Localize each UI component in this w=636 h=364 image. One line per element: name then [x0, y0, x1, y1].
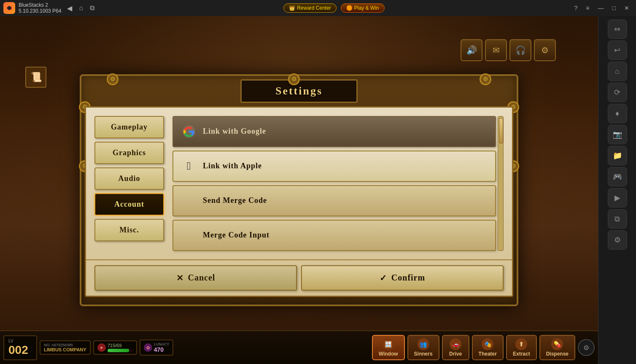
drive-label: Drive [449, 351, 462, 357]
sidebar-icon-expand[interactable]: ⇔ [608, 19, 627, 39]
settings-panel: Gameplay Graphics Audio Account Misc. [85, 106, 513, 297]
company-area: NO. A679256385 LIMBUS COMPANY [40, 340, 91, 355]
play-win-button[interactable]: 🟠 Play & Win [341, 3, 385, 13]
lunacy-value: 470 [154, 346, 170, 353]
sinners-button[interactable]: 👥 Sinners [407, 335, 439, 360]
hp-resource-bar: ♥ 715/69 [93, 340, 137, 355]
gear-decor-top-mid: ⚙ [288, 73, 300, 85]
confirm-icon: ✓ [380, 273, 387, 283]
settings-content: Link with Google  Link with Apple [172, 116, 504, 251]
sidebar-icon-macro[interactable]: ▶ [608, 188, 627, 208]
theater-icon: 🎭 [482, 338, 493, 350]
merge-code-input-button[interactable]: Merge Code Input [172, 220, 496, 251]
maximize-button[interactable]: □ [609, 4, 619, 12]
app-info: BlueStacks 2 5.10.230.1003 P64 [19, 2, 61, 14]
reward-center-label: Reward Center [297, 5, 331, 11]
drive-button[interactable]: 🚗 Drive [442, 335, 469, 360]
settings-gear-btn[interactable]: ⚙ [578, 339, 595, 356]
confirm-button[interactable]: ✓ Confirm [301, 265, 504, 291]
confirm-label: Confirm [391, 273, 425, 283]
hp-current: 715 [108, 343, 115, 348]
sinners-icon: 👥 [418, 338, 429, 350]
nav-item-audio[interactable]: Audio [94, 167, 164, 190]
sidebar-icon-home[interactable]: ⌂ [608, 62, 627, 81]
mail-icon-btn[interactable]: ✉ [485, 39, 507, 61]
game-area: 🔊 ✉ 🎧 ⚙ 📜 ⚙ ⚙ ⚙ ⚙ ⚙ ⚙ ⚙ Settings [0, 16, 598, 364]
theater-button[interactable]: 🎭 Theater [472, 335, 504, 360]
merge-send-icon [182, 194, 196, 208]
company-name: LIMBUS COMPANY [44, 347, 86, 352]
extract-icon: ⬆ [515, 338, 527, 350]
sidebar-icon-refresh[interactable]: ⟳ [608, 83, 627, 102]
settings-dialog: ⚙ ⚙ ⚙ ⚙ ⚙ ⚙ ⚙ Settings Gameplay Graphics… [80, 74, 518, 306]
topbar-left: BlueStacks 2 5.10.230.1003 P64 ◀ ⌂ ⧉ [3, 2, 97, 14]
lunacy-resource-bar: ✿ LUNACY 470 [140, 340, 174, 356]
dispense-button[interactable]: 💊 Dispense [539, 335, 575, 360]
window-label: Window [379, 351, 398, 357]
modal-overlay: ⚙ ⚙ ⚙ ⚙ ⚙ ⚙ ⚙ Settings Gameplay Graphics… [0, 16, 598, 364]
app-name: BlueStacks 2 [19, 2, 61, 8]
settings-icon-btn[interactable]: ⚙ [534, 39, 556, 61]
cancel-icon: ✕ [176, 273, 184, 283]
lunacy-label: LUNACY [154, 342, 170, 346]
send-merge-code-button[interactable]: Send Merge Code [172, 185, 496, 216]
home-button[interactable]: ⌂ [76, 3, 86, 13]
theater-label: Theater [479, 351, 497, 357]
sidebar-icon-favorite[interactable]: ♦ [608, 104, 627, 123]
sidebar-icon-gamepad[interactable]: 🎮 [608, 167, 627, 186]
hp-fill [108, 349, 129, 352]
sidebar-icon-settings[interactable]: ⚙ [608, 230, 627, 250]
settings-body: Gameplay Graphics Audio Account Misc. [86, 108, 512, 259]
topbar: BlueStacks 2 5.10.230.1003 P64 ◀ ⌂ ⧉ 👑 R… [0, 0, 636, 16]
topbar-center: 👑 Reward Center 🟠 Play & Win [283, 3, 384, 13]
hp-bar [108, 349, 133, 352]
nav-item-account[interactable]: Account [94, 193, 164, 216]
close-button[interactable]: ✕ [621, 4, 633, 12]
hp-values: 715/69 [108, 343, 133, 348]
google-icon [182, 124, 196, 139]
window-button[interactable]: 🪟 Window [372, 335, 405, 360]
right-sidebar: ⇔ ↩ ⌂ ⟳ ♦ 📷 📁 🎮 ▶ ⧉ ⚙ [598, 16, 636, 364]
cancel-button[interactable]: ✕ Cancel [94, 265, 297, 291]
account-options-list: Link with Google  Link with Apple [172, 116, 496, 251]
link-apple-button[interactable]:  Link with Apple [172, 151, 496, 182]
scrollbar-thumb[interactable] [499, 118, 503, 143]
help-button[interactable]: ? [571, 4, 581, 12]
menu-button[interactable]: ≡ [582, 4, 593, 12]
scrollbar[interactable] [498, 116, 504, 251]
settings-title-area: Settings [85, 79, 513, 103]
level-prefix: LV [8, 339, 28, 343]
link-google-label: Link with Google [203, 127, 266, 136]
apple-icon:  [182, 159, 196, 173]
nav-item-misc[interactable]: Misc. [94, 219, 164, 241]
sidebar-icon-screenshot[interactable]: 📷 [608, 125, 627, 144]
extract-button[interactable]: ⬆ Extract [506, 335, 537, 360]
sidebar-icon-back[interactable]: ↩ [608, 40, 627, 60]
play-win-label: Play & Win [354, 5, 379, 11]
reward-crown-icon: 👑 [289, 5, 295, 11]
bluestacks-logo [3, 2, 15, 14]
minimize-button[interactable]: — [595, 4, 607, 12]
player-id: NO. A679256385 [44, 343, 86, 347]
back-button[interactable]: ◀ [65, 3, 75, 13]
drive-icon: 🚗 [450, 338, 461, 350]
hp-icon: ♥ [97, 343, 106, 352]
hp-max: 69 [116, 343, 121, 348]
topbar-right: ? ≡ — □ ✕ [571, 4, 633, 12]
link-apple-label: Link with Apple [203, 162, 262, 170]
headphone-icon-btn[interactable]: 🎧 [509, 39, 531, 61]
play-win-coin-icon: 🟠 [346, 5, 353, 11]
merge-input-icon [182, 228, 196, 243]
link-google-button[interactable]: Link with Google [172, 116, 496, 147]
sidebar-icon-multilayer[interactable]: ⧉ [608, 209, 627, 229]
sidebar-icon-folder[interactable]: 📁 [608, 146, 627, 165]
nav-item-gameplay[interactable]: Gameplay [94, 116, 164, 138]
nav-item-graphics[interactable]: Graphics [94, 142, 164, 164]
level-number: 002 [8, 343, 28, 357]
extract-label: Extract [513, 351, 530, 357]
lunacy-icon: ✿ [144, 343, 152, 352]
speaker-icon-btn[interactable]: 🔊 [461, 39, 482, 61]
dispense-label: Dispense [546, 351, 569, 357]
multi-button[interactable]: ⧉ [87, 3, 97, 13]
reward-center-button[interactable]: 👑 Reward Center [283, 3, 337, 13]
